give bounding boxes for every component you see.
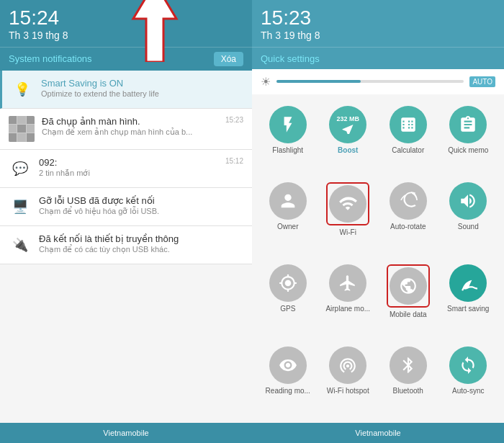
notif-time-screenshot: 15:23 — [225, 116, 243, 124]
left-date: Th 3 19 thg 8 — [9, 30, 243, 41]
mobiledata-circle — [390, 267, 427, 305]
quick-item-quickmemo[interactable]: Quick memo — [438, 100, 499, 176]
notif-title-message: 092: — [39, 157, 218, 168]
owner-label: Owner — [277, 223, 298, 231]
autosync-circle — [449, 346, 487, 384]
wifihotspot-label: Wi-Fi hotspot — [327, 387, 369, 395]
notif-content-usb-media: Đã kết nối là thiết bị truyền thông Chạm… — [39, 233, 243, 254]
quick-item-boost[interactable]: 232 MB Boost — [318, 100, 379, 176]
gps-circle — [269, 264, 307, 302]
notif-content-message: 092: 2 tin nhắn mới — [39, 157, 218, 178]
right-time: 15:23 — [261, 7, 495, 30]
quick-item-flashlight[interactable]: Flashlight — [258, 100, 318, 176]
left-time: 15:24 — [9, 7, 243, 30]
autorotate-circle — [390, 182, 427, 220]
wifi-red-box — [326, 182, 369, 225]
notifications-list: 💡 Smart Saving is ON Optimize to extend … — [0, 71, 252, 423]
brightness-row: ☀ AUTO — [252, 69, 504, 94]
smartsaving-circle — [449, 264, 487, 302]
calculator-circle — [390, 106, 427, 143]
notifications-label: System notifications — [9, 53, 92, 64]
notif-subtitle-usb-media: Chạm để có các tùy chọn USB khác. — [39, 245, 243, 254]
brightness-icon: ☀ — [261, 75, 271, 89]
notif-content-screenshot: Đã chụp ảnh màn hình. Chạm để xem ảnh ch… — [42, 116, 218, 137]
quick-settings-bar: Quick settings — [252, 47, 504, 69]
usb-debug-icon: 🖥️ — [9, 195, 32, 218]
owner-circle — [269, 182, 307, 220]
notif-time-message: 15:12 — [225, 157, 243, 165]
notif-subtitle-message: 2 tin nhắn mới — [39, 169, 218, 178]
right-panel: ⚙️ 📝 ⊞ 15:23 Th 3 19 thg 8 Quick setting… — [252, 0, 504, 443]
gps-label: GPS — [280, 305, 295, 313]
quick-item-sound[interactable]: Sound — [438, 176, 499, 259]
quick-settings-grid: Flashlight 232 MB Boost Calculator Quick… — [252, 94, 504, 423]
notif-content-smart-saving: Smart Saving is ON Optimize to extend th… — [41, 78, 243, 98]
quick-item-readingmode[interactable]: Reading mo... — [258, 341, 318, 417]
quick-item-wifi[interactable]: Wi-Fi — [318, 176, 379, 259]
smart-saving-icon: 💡 — [11, 78, 34, 101]
boost-label: Boost — [338, 146, 358, 155]
readingmode-circle — [269, 346, 307, 384]
calculator-label: Calculator — [392, 146, 424, 155]
flashlight-circle — [269, 106, 307, 143]
notif-title-screenshot: Đã chụp ảnh màn hình. — [42, 116, 218, 127]
notif-subtitle-smart-saving: Optimize to extend the battery life — [41, 89, 243, 98]
brightness-fill — [276, 80, 361, 83]
sound-label: Sound — [458, 223, 479, 231]
quick-item-wifihotspot[interactable]: Wi-Fi hotspot — [318, 341, 379, 417]
wifihotspot-circle — [329, 346, 366, 384]
xoa-button[interactable]: Xóa — [214, 52, 243, 66]
wifi-circle — [329, 185, 366, 223]
notif-item-smart-saving[interactable]: 💡 Smart Saving is ON Optimize to extend … — [0, 71, 252, 109]
mobiledata-red-box — [387, 264, 430, 308]
quick-item-airplane[interactable]: Airplane mo... — [318, 259, 379, 341]
quick-item-gps[interactable]: GPS — [258, 259, 318, 341]
quick-item-calculator[interactable]: Calculator — [378, 100, 438, 176]
notif-title-smart-saving: Smart Saving is ON — [41, 78, 243, 89]
right-date: Th 3 19 thg 8 — [261, 30, 495, 41]
notif-item-usb-debug[interactable]: 🖥️ Gỡ lỗi USB đã được kết nối Chạm để vô… — [0, 188, 252, 226]
brightness-slider[interactable] — [276, 80, 464, 83]
quick-item-smartsaving[interactable]: Smart saving — [438, 259, 499, 341]
wifi-label: Wi-Fi — [340, 228, 356, 237]
screenshot-thumb — [9, 116, 35, 142]
brightness-auto-label[interactable]: AUTO — [469, 76, 495, 87]
notif-subtitle-screenshot: Chạm để xem ảnh chụp màn hình của b... — [42, 127, 218, 137]
sound-circle — [449, 182, 487, 220]
quick-item-autorotate[interactable]: Auto-rotate — [378, 176, 438, 259]
right-header: ⚙️ 📝 ⊞ 15:23 Th 3 19 thg 8 — [252, 0, 504, 47]
notif-subtitle-usb-debug: Chạm để vô hiệu hóa gỡ lỗi USB. — [39, 207, 243, 216]
notif-title-usb-media: Đã kết nối là thiết bị truyền thông — [39, 233, 243, 244]
bluetooth-circle — [390, 346, 427, 384]
quickmemo-label: Quick memo — [448, 146, 488, 155]
boost-circle: 232 MB — [329, 106, 366, 143]
boost-size: 232 MB — [336, 115, 359, 122]
quick-settings-label: Quick settings — [261, 53, 320, 64]
left-panel: ⚙️ 📝 ⊞ 15:24 Th 3 19 thg 8 System notifi… — [0, 0, 252, 443]
quick-item-autosync[interactable]: Auto-sync — [438, 341, 499, 417]
right-footer: Vietnamobile — [252, 423, 504, 443]
notif-item-usb-media[interactable]: 🔌 Đã kết nối là thiết bị truyền thông Ch… — [0, 226, 252, 264]
airplane-circle — [329, 264, 366, 302]
notif-item-screenshot[interactable]: Đã chụp ảnh màn hình. Chạm để xem ảnh ch… — [0, 109, 252, 150]
quick-item-owner[interactable]: Owner — [258, 176, 318, 259]
autosync-label: Auto-sync — [452, 387, 484, 395]
autorotate-label: Auto-rotate — [390, 223, 426, 231]
smartsaving-label: Smart saving — [447, 305, 489, 313]
notif-content-usb-debug: Gỡ lỗi USB đã được kết nối Chạm để vô hi… — [39, 195, 243, 216]
notifications-bar: System notifications Xóa — [0, 47, 252, 71]
usb-media-icon: 🔌 — [9, 233, 32, 256]
left-header: ⚙️ 📝 ⊞ 15:24 Th 3 19 thg 8 — [0, 0, 252, 47]
quick-item-bluetooth[interactable]: Bluetooth — [378, 341, 438, 417]
left-footer: Vietnamobile — [0, 423, 252, 443]
notif-item-message[interactable]: 💬 092: 2 tin nhắn mới 15:12 — [0, 150, 252, 188]
message-icon: 💬 — [9, 157, 32, 180]
quickmemo-circle — [449, 106, 487, 143]
notif-title-usb-debug: Gỡ lỗi USB đã được kết nối — [39, 195, 243, 206]
quick-item-mobiledata[interactable]: Mobile data — [378, 259, 438, 341]
airplane-label: Airplane mo... — [325, 305, 370, 313]
bluetooth-label: Bluetooth — [393, 387, 423, 395]
mobiledata-label: Mobile data — [390, 310, 427, 319]
readingmode-label: Reading mo... — [266, 387, 310, 395]
flashlight-label: Flashlight — [272, 146, 303, 155]
